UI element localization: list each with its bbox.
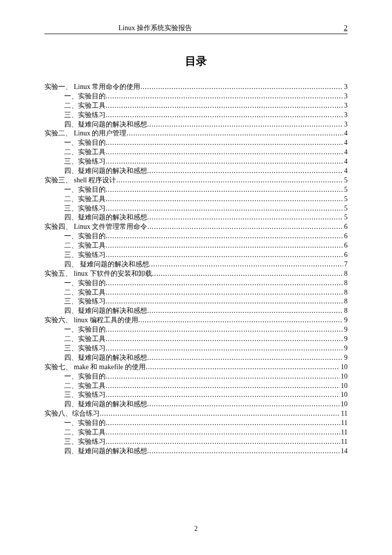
toc-entry: 实验一、 Linux 常用命令的使用3: [44, 83, 348, 92]
toc-entry-page: 9: [343, 325, 348, 335]
toc-entry: 实验三、 shell 程序设计5: [44, 176, 348, 185]
toc-leader-dots: [106, 325, 343, 335]
toc-leader-dots: [106, 437, 340, 447]
toc-entry-page: 14: [340, 447, 348, 456]
toc-entry: 一、实验目的11: [44, 419, 348, 428]
toc-leader-dots: [106, 157, 343, 167]
toc-entry-label: 实验一、 Linux 常用命令的使用: [44, 83, 140, 92]
toc-entry-label: 二、实验工具: [64, 195, 106, 204]
toc-entry: 二、实验工具10: [44, 382, 348, 391]
toc-leader-dots: [146, 363, 340, 372]
table-of-contents: 实验一、 Linux 常用命令的使用3一、实验目的3二、实验工具3三、实验练习3…: [44, 83, 348, 456]
header-page-number: 2: [344, 24, 348, 32]
toc-leader-dots: [147, 353, 343, 363]
toc-entry-label: 一、实验目的: [64, 372, 106, 382]
toc-entry-label: 二、实验工具: [64, 382, 106, 391]
toc-leader-dots: [149, 260, 344, 269]
toc-entry-label: 三、实验练习: [64, 297, 106, 306]
toc-entry: 三、实验练习11: [44, 437, 348, 447]
toc-entry: 三、实验练习10: [44, 390, 348, 400]
toc-entry-page: 10: [340, 390, 348, 400]
toc-entry-label: 实验五、 linux 下软件的安装和卸载: [44, 269, 152, 279]
toc-entry-page: 8: [343, 288, 348, 298]
toc-entry: 实验七、 make 和 makefile 的使用10: [44, 363, 348, 372]
toc-leader-dots: [147, 120, 343, 129]
toc-entry-label: 四、疑难问题的解决和感想: [64, 167, 147, 176]
toc-entry-page: 9: [343, 316, 348, 325]
toc-leader-dots: [140, 83, 343, 92]
toc-entry-label: 二、实验工具: [64, 288, 106, 298]
toc-entry-page: 8: [343, 269, 348, 279]
toc-entry: 一、实验目的10: [44, 372, 348, 382]
toc-leader-dots: [106, 390, 340, 400]
toc-entry: 一、实验目的4: [44, 138, 348, 148]
toc-leader-dots: [106, 288, 343, 298]
toc-entry-label: 二、实验工具: [64, 148, 106, 157]
toc-leader-dots: [106, 428, 340, 437]
toc-entry-label: 一、实验目的: [64, 92, 106, 101]
toc-entry-label: 实验七、 make 和 makefile 的使用: [44, 363, 146, 372]
toc-entry-label: 四、疑难问题的解决和感想: [64, 400, 147, 409]
toc-leader-dots: [138, 316, 343, 325]
toc-entry-label: 一、实验目的: [64, 279, 106, 288]
toc-leader-dots: [106, 297, 343, 306]
toc-entry-label: 三、实验练习: [64, 390, 106, 400]
toc-entry-page: 9: [343, 344, 348, 353]
toc-entry: 实验五、 linux 下软件的安装和卸载8: [44, 269, 348, 279]
toc-entry: 二、实验工具3: [44, 101, 348, 111]
toc-entry: 四、疑难问题的解决和感想9: [44, 353, 348, 363]
toc-leader-dots: [106, 419, 340, 428]
toc-entry: 实验八、综合练习11: [44, 409, 348, 419]
toc-leader-dots: [106, 382, 340, 391]
toc-entry-page: 3: [343, 92, 348, 101]
toc-leader-dots: [126, 129, 343, 138]
toc-entry-page: 10: [340, 382, 348, 391]
toc-entry-page: 8: [343, 279, 348, 288]
toc-leader-dots: [147, 222, 343, 232]
toc-leader-dots: [106, 232, 343, 241]
toc-entry-page: 5: [343, 195, 348, 204]
toc-entry: 四、疑难问题的解决和感想4: [44, 167, 348, 176]
toc-entry-page: 11: [340, 409, 348, 419]
toc-entry-label: 实验六、 linux 编程工具的使用: [44, 316, 138, 325]
toc-leader-dots: [147, 213, 343, 222]
toc-entry-page: 4: [343, 167, 348, 176]
toc-entry-label: 实验三、 shell 程序设计: [44, 176, 116, 185]
toc-entry-label: 一、实验目的: [64, 185, 106, 195]
toc-entry-page: 5: [343, 185, 348, 195]
toc-entry: 三、实验练习5: [44, 204, 348, 213]
toc-entry-page: 6: [343, 251, 348, 260]
toc-entry-label: 三、实验练习: [64, 157, 106, 167]
toc-leader-dots: [106, 344, 343, 353]
toc-leader-dots: [147, 400, 340, 409]
toc-entry-page: 5: [343, 213, 348, 222]
toc-entry-page: 11: [340, 419, 348, 428]
toc-entry-page: 6: [343, 222, 348, 232]
toc-entry-page: 4: [343, 138, 348, 148]
toc-entry-label: 四、疑难问题的解决和感想: [64, 306, 147, 316]
toc-entry-label: 四、疑难问题的解决和感想: [64, 353, 147, 363]
toc-leader-dots: [106, 111, 343, 120]
toc-leader-dots: [116, 176, 343, 185]
toc-entry: 二、实验工具6: [44, 241, 348, 251]
toc-leader-dots: [106, 185, 343, 195]
toc-leader-dots: [147, 167, 343, 176]
toc-entry-label: 三、实验练习: [64, 251, 106, 260]
toc-entry: 二、实验工具9: [44, 335, 348, 344]
toc-title: 目录: [44, 54, 348, 69]
toc-entry-page: 3: [343, 120, 348, 129]
toc-leader-dots: [106, 335, 343, 344]
toc-entry: 二、实验工具4: [44, 148, 348, 157]
toc-leader-dots: [106, 241, 343, 251]
toc-entry-page: 11: [340, 437, 348, 447]
toc-entry-page: 9: [343, 353, 348, 363]
toc-leader-dots: [106, 101, 343, 111]
toc-entry-page: 8: [343, 306, 348, 316]
toc-entry-page: 11: [340, 428, 348, 437]
header-title: Linux 操作系统实验报告: [118, 24, 192, 33]
toc-entry-label: 二、实验工具: [64, 101, 106, 111]
toc-entry-page: 5: [343, 176, 348, 185]
toc-entry-page: 4: [343, 157, 348, 167]
toc-entry-page: 4: [343, 148, 348, 157]
toc-entry: 一、实验目的3: [44, 92, 348, 101]
